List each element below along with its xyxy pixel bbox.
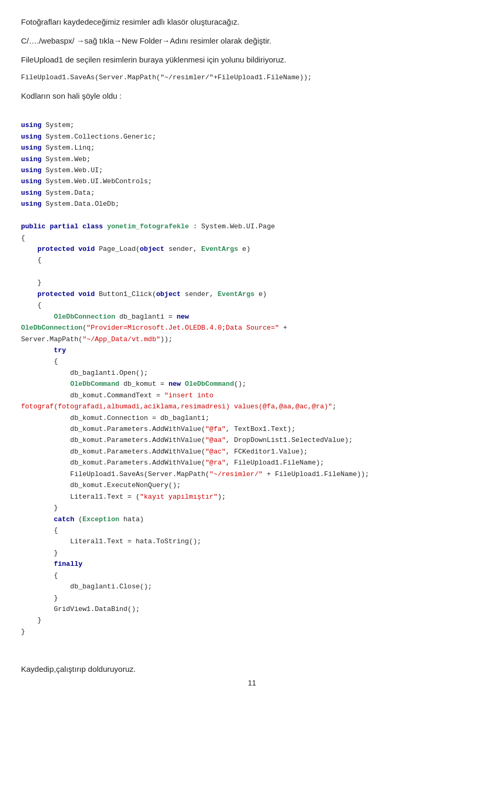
code-line-open: db_baglanti.Open(); bbox=[21, 369, 148, 377]
code-line-using7: using System.Data; bbox=[21, 189, 94, 197]
code-line-param3: db_komut.Parameters.AddWithValue("@ac", … bbox=[21, 448, 308, 456]
code-line-brace6: } bbox=[21, 504, 58, 512]
page-content: Fotoğrafları kaydedeceğimiz resimler adl… bbox=[21, 16, 483, 687]
code-line-saveas: FileUpload1.SaveAs(Server.MapPath("~/res… bbox=[21, 470, 369, 478]
paragraph-4: FileUpload1.SaveAs(Server.MapPath("~/res… bbox=[21, 72, 483, 83]
code-line-using4: using System.Web; bbox=[21, 155, 91, 163]
code-line-literal: Literal1.Text = ("kayıt yapılmıştır"); bbox=[21, 493, 226, 501]
code-line-using3: using System.Linq; bbox=[21, 144, 94, 152]
code-line-brace10: } bbox=[21, 594, 58, 602]
code-line-using1: using System; bbox=[21, 121, 74, 129]
code-line-using5: using System.Web.UI; bbox=[21, 166, 103, 174]
code-line-close: db_baglanti.Close(); bbox=[21, 583, 152, 590]
code-line-using6: using System.Web.UI.WebControls; bbox=[21, 177, 152, 185]
code-line-brace8: } bbox=[21, 549, 58, 557]
page-number: 11 bbox=[21, 679, 483, 687]
code-line-param2: db_komut.Parameters.AddWithValue("@aa", … bbox=[21, 436, 353, 444]
code-line-conn: db_komut.Connection = db_baglanti; bbox=[21, 414, 209, 422]
code-line-button1click: protected void Button1_Click(object send… bbox=[21, 290, 267, 298]
code-line-cmdtext: db_komut.CommandText = "insert into bbox=[21, 392, 214, 399]
code-line-brace1: { bbox=[21, 234, 25, 242]
code-line-oledb3: Server.MapPath("~/App_Data/vt.mdb")); bbox=[21, 335, 173, 343]
code-line-brace7: { bbox=[21, 526, 58, 534]
code-line-blank1 bbox=[21, 268, 25, 276]
code-line-oledb2: OleDbConnection("Provider=Microsoft.Jet.… bbox=[21, 324, 287, 332]
paragraph-5: Kodların son hali şöyle oldu : bbox=[21, 90, 483, 102]
code-line-param4: db_komut.Parameters.AddWithValue("@ra", … bbox=[21, 459, 324, 467]
code-line-brace11: } bbox=[21, 616, 41, 624]
code-line-param1: db_komut.Parameters.AddWithValue("@fa", … bbox=[21, 425, 296, 433]
code-line-oledb1: OleDbConnection db_baglanti = new bbox=[21, 313, 189, 321]
code-line-brace12: } bbox=[21, 628, 25, 636]
code-line-class: public partial class yonetim_fotografekl… bbox=[21, 223, 275, 230]
code-line-brace2: { bbox=[21, 256, 41, 264]
code-line-gridview: GridView1.DataBind(); bbox=[21, 605, 140, 613]
code-line-finally: finally bbox=[21, 560, 82, 568]
bottom-text: Kaydedip,çalıştırıp dolduruyoruz. bbox=[21, 665, 483, 673]
code-line-brace3: } bbox=[21, 279, 41, 287]
code-line-brace5: { bbox=[21, 357, 58, 365]
code-line-try: try bbox=[21, 346, 66, 354]
code-line-hata: Literal1.Text = hata.ToString(); bbox=[21, 537, 201, 545]
code-line-using8: using System.Data.OleDb; bbox=[21, 200, 119, 208]
code-line-oledbcmd: OleDbCommand db_komut = new OleDbCommand… bbox=[21, 380, 246, 388]
paragraph-3: FileUpload1 de seçilen resimlerin buraya… bbox=[21, 54, 483, 66]
paragraph-1: Fotoğrafları kaydedeceğimiz resimler adl… bbox=[21, 16, 483, 28]
code-line-brace4: { bbox=[21, 301, 41, 309]
code-line-brace9: { bbox=[21, 572, 58, 579]
code-line-exec: db_komut.ExecuteNonQuery(); bbox=[21, 481, 181, 489]
code-line-using2: using System.Collections.Generic; bbox=[21, 133, 156, 141]
paragraph-2: C/…./webaspx/ →sağ tıkla→New Folder→Adın… bbox=[21, 35, 483, 47]
code-line-catch: catch (Exception hata) bbox=[21, 515, 144, 523]
code-block: using System; using System.Collections.G… bbox=[21, 109, 483, 649]
code-line-pageload: protected void Page_Load(object sender, … bbox=[21, 245, 250, 253]
code-line-cmdtext2: fotograf(fotografadi,albumadi,aciklama,r… bbox=[21, 403, 337, 410]
